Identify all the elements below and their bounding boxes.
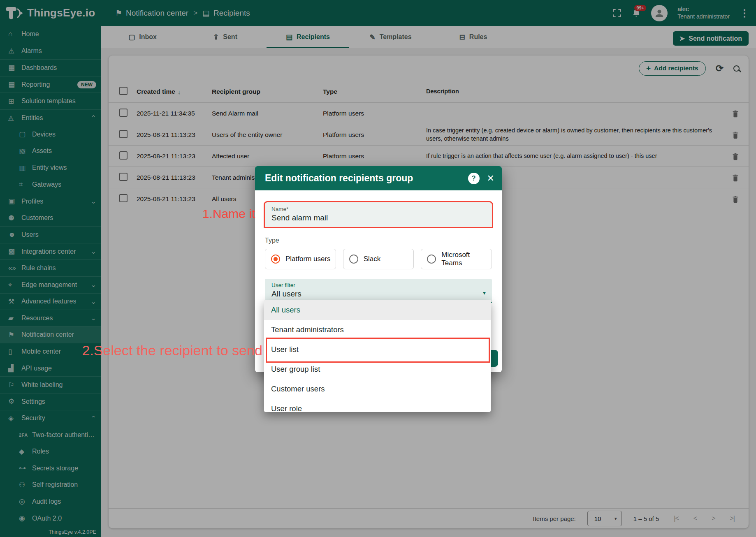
type-option-slack[interactable]: Slack bbox=[343, 249, 414, 269]
radio-unselected-icon bbox=[349, 255, 358, 264]
user-filter-dropdown: All usersTenant administratorsUser listU… bbox=[264, 300, 491, 412]
caret-down-icon: ▾ bbox=[483, 289, 486, 296]
radio-label: Slack bbox=[364, 255, 381, 263]
help-icon[interactable]: ? bbox=[468, 173, 480, 184]
option-customer-users[interactable]: Customer users bbox=[264, 379, 491, 399]
radio-unselected-icon bbox=[427, 255, 436, 264]
type-option-microsoft-teams[interactable]: Microsoft Teams bbox=[421, 249, 492, 269]
radio-selected-icon bbox=[271, 255, 280, 264]
modal-header: Edit notification recipients group ? ✕ bbox=[255, 166, 502, 190]
annotation-step1: 1.Name it bbox=[202, 207, 255, 221]
option-user-group-list[interactable]: User group list bbox=[264, 359, 491, 379]
name-label: Name* bbox=[271, 206, 485, 212]
option-user-role[interactable]: User role bbox=[264, 399, 491, 412]
option-tenant-administrators[interactable]: Tenant administrators bbox=[264, 320, 491, 340]
radio-label: Platform users bbox=[285, 255, 331, 263]
modal-title: Edit notification recipients group bbox=[265, 173, 461, 184]
type-option-platform-users[interactable]: Platform users bbox=[265, 249, 336, 269]
radio-label: Microsoft Teams bbox=[441, 251, 492, 267]
user-filter-value: All users bbox=[271, 289, 485, 299]
name-value: Send alarm mail bbox=[271, 213, 485, 222]
option-all-users[interactable]: All users bbox=[264, 300, 491, 320]
annotation-step2: 2.Select the recipient to send bbox=[82, 343, 263, 359]
name-input[interactable]: Name* Send alarm mail bbox=[265, 202, 492, 227]
option-user-list[interactable]: User list bbox=[264, 340, 491, 359]
user-filter-select[interactable]: User filter All users ▾ bbox=[265, 279, 492, 303]
type-label: Type bbox=[265, 237, 492, 244]
close-icon[interactable]: ✕ bbox=[487, 173, 494, 184]
user-filter-label: User filter bbox=[271, 282, 485, 288]
type-radio-group: Platform usersSlackMicrosoft Teams bbox=[265, 249, 492, 269]
